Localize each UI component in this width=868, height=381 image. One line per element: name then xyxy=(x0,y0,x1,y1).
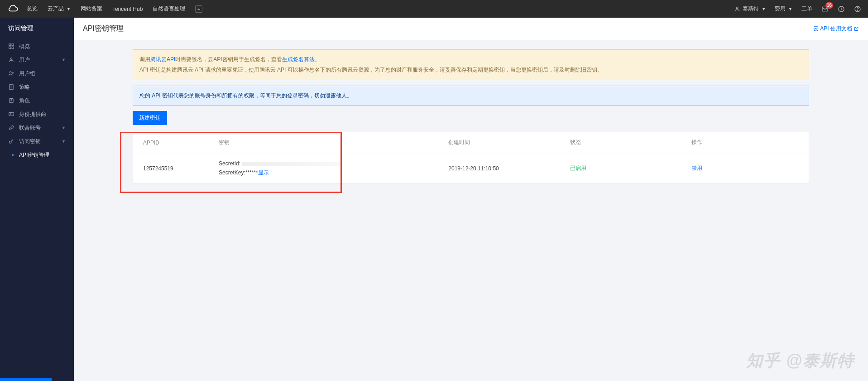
sidebar: 访问管理 概览 用户 ▼ 用户组 策略 角色 身份提供商 联合账号 xyxy=(0,18,74,381)
clock-icon[interactable] xyxy=(838,5,845,13)
doc-icon xyxy=(8,84,14,90)
sidebar-label: 策略 xyxy=(19,83,30,91)
sidebar-item-role[interactable]: 角色 xyxy=(0,94,74,107)
caret-down-icon: ▼ xyxy=(62,58,66,62)
main-area: API密钥管理 云 API 使用文档 调用腾讯云API时需要签名，云API密钥用… xyxy=(74,18,868,381)
fees-label: 费用 xyxy=(775,5,786,13)
secretid-label: SecretId: xyxy=(219,160,240,167)
cell-key: SecretId: SecretKey:******显示 xyxy=(214,153,444,183)
sidebar-item-users[interactable]: 用户 ▼ xyxy=(0,53,74,67)
sidebar-accent-bar xyxy=(0,378,52,381)
top-header: 总览 云产品 ▼ 网站备案 Tencent Hub 自然语言处理 + 泰斯特 ▼… xyxy=(0,0,868,18)
svg-rect-7 xyxy=(9,47,11,48)
sidebar-item-apikey[interactable]: API密钥管理 xyxy=(0,148,74,162)
col-appid: APPID xyxy=(133,132,214,153)
info-alert: 您的 API 密钥代表您的账号身份和所拥有的权限，等同于您的登录密码，切勿泄露他… xyxy=(133,86,809,106)
sidebar-item-usergroup[interactable]: 用户组 xyxy=(0,67,74,80)
col-status: 状态 xyxy=(566,132,687,153)
messages-icon[interactable]: 16 xyxy=(821,5,829,13)
svg-point-11 xyxy=(12,72,13,73)
sidebar-label: 用户 xyxy=(19,56,30,64)
user-icon xyxy=(734,5,741,13)
nav-beian[interactable]: 网站备案 xyxy=(81,5,102,13)
sidebar-label: API密钥管理 xyxy=(19,151,49,159)
status-badge: 已启用 xyxy=(570,165,586,171)
sidebar-label: 用户组 xyxy=(19,70,35,77)
secretid-masked xyxy=(242,162,341,166)
cloud-logo-icon[interactable] xyxy=(7,3,19,15)
user-icon xyxy=(8,57,14,63)
nav-nlp[interactable]: 自然语言处理 xyxy=(153,5,185,13)
sidebar-item-overview[interactable]: 概览 xyxy=(0,39,74,53)
key-icon xyxy=(8,138,14,145)
cell-action: 禁用 xyxy=(687,153,809,183)
api-link[interactable]: 腾讯云API xyxy=(150,56,175,63)
new-key-button[interactable]: 新建密钥 xyxy=(133,111,167,125)
id-icon xyxy=(8,111,14,117)
secretkey-masked: ****** xyxy=(245,169,258,176)
sidebar-title: 访问管理 xyxy=(0,18,74,39)
top-nav-right: 泰斯特 ▼ 费用 ▼ 工单 16 xyxy=(734,5,861,13)
col-action: 操作 xyxy=(687,132,809,153)
svg-point-10 xyxy=(10,72,12,73)
sidebar-item-federated[interactable]: 联合账号 ▼ xyxy=(0,121,74,135)
sidebar-label: 身份提供商 xyxy=(19,111,46,118)
table-row: 1257245519 SecretId: SecretKey:******显示 xyxy=(133,153,809,183)
svg-rect-6 xyxy=(12,44,14,46)
page-title: API密钥管理 xyxy=(83,24,124,34)
caret-down-icon: ▼ xyxy=(788,7,792,11)
sign-algo-link[interactable]: 生成签名算法 xyxy=(282,56,315,63)
show-key-link[interactable]: 显示 xyxy=(258,169,269,176)
fees-menu[interactable]: 费用 ▼ xyxy=(775,5,792,13)
col-created: 创建时间 xyxy=(444,132,566,153)
nav-overview[interactable]: 总览 xyxy=(27,5,38,13)
svg-point-17 xyxy=(9,141,11,143)
svg-rect-5 xyxy=(9,44,11,46)
col-key: 密钥 xyxy=(214,132,444,153)
nav-products-label: 云产品 xyxy=(48,5,64,13)
sidebar-label: 概览 xyxy=(19,43,30,50)
sidebar-item-policy[interactable]: 策略 xyxy=(0,80,74,94)
workorder-link[interactable]: 工单 xyxy=(801,5,812,13)
caret-down-icon: ▼ xyxy=(62,125,66,130)
api-doc-link[interactable]: 云 API 使用文档 xyxy=(813,25,859,33)
link-icon xyxy=(8,125,14,131)
sidebar-label: 访问密钥 xyxy=(19,138,41,145)
doc-link-label: 云 API 使用文档 xyxy=(813,25,852,33)
svg-point-16 xyxy=(10,114,11,115)
svg-point-14 xyxy=(11,100,12,101)
top-nav: 总览 云产品 ▼ 网站备案 Tencent Hub 自然语言处理 + xyxy=(27,5,202,13)
caret-down-icon: ▼ xyxy=(67,7,71,11)
external-link-icon xyxy=(854,26,859,32)
key-table: APPID 密钥 创建时间 状态 操作 1257245519 xyxy=(133,132,809,183)
cell-created: 2019-12-20 11:10:50 xyxy=(444,153,566,183)
content-area: 调用腾讯云API时需要签名，云API密钥用于生成签名，查看生成签名算法。 API… xyxy=(74,40,868,193)
grid-icon xyxy=(8,43,14,49)
page-header: API密钥管理 云 API 使用文档 xyxy=(74,18,868,40)
warn-line2: API 密钥是构建腾讯云 API 请求的重要凭证，使用腾讯云 API 可以操作您… xyxy=(139,65,802,75)
role-icon xyxy=(8,97,14,104)
sidebar-label: 联合账号 xyxy=(19,124,41,132)
user-menu[interactable]: 泰斯特 ▼ xyxy=(734,5,766,13)
sidebar-label: 角色 xyxy=(19,97,30,105)
secretkey-label: SecretKey: xyxy=(219,169,245,176)
disable-link[interactable]: 禁用 xyxy=(691,165,702,171)
username-label: 泰斯特 xyxy=(743,5,759,13)
warn-text: 时需要签名，云API密钥用于生成签名，查看 xyxy=(175,56,282,63)
warn-text: 。 xyxy=(315,56,320,63)
svg-point-4 xyxy=(858,10,858,11)
nav-tencent-hub[interactable]: Tencent Hub xyxy=(112,6,143,12)
warning-alert: 调用腾讯云API时需要签名，云API密钥用于生成签名，查看生成签名算法。 API… xyxy=(133,49,809,80)
nav-add-icon[interactable]: + xyxy=(195,5,202,13)
caret-down-icon: ▼ xyxy=(62,139,66,144)
message-badge: 16 xyxy=(825,2,833,9)
nav-products[interactable]: 云产品 ▼ xyxy=(48,5,71,13)
sidebar-item-accesskey[interactable]: 访问密钥 ▼ xyxy=(0,135,74,148)
sidebar-item-idp[interactable]: 身份提供商 xyxy=(0,107,74,121)
cell-status: 已启用 xyxy=(566,153,687,183)
svg-point-0 xyxy=(736,7,738,9)
help-icon[interactable] xyxy=(854,5,861,13)
svg-rect-8 xyxy=(12,47,14,48)
cell-appid: 1257245519 xyxy=(133,153,214,183)
svg-point-9 xyxy=(10,58,12,60)
